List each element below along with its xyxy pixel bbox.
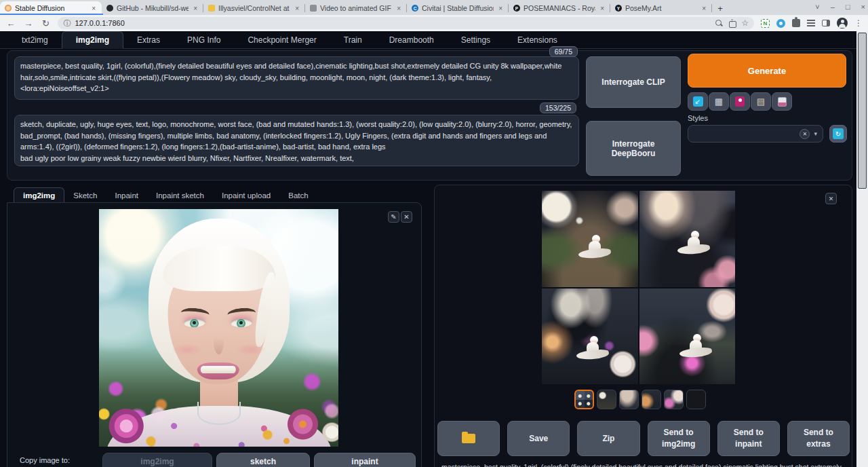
thumbnail[interactable]: [686, 390, 706, 409]
generated-image[interactable]: [639, 288, 736, 385]
prompt-panel: 69/75 masterpiece, best quality, 1girl, …: [7, 50, 852, 181]
paste-generation-params-button[interactable]: ↙: [688, 92, 708, 111]
save-style-button[interactable]: [772, 92, 792, 111]
page-scrollbar[interactable]: [856, 31, 868, 467]
blue-extension-icon[interactable]: [776, 19, 785, 28]
mode-tab-inpaint-sketch[interactable]: Inpaint sketch: [147, 188, 213, 203]
reload-icon[interactable]: ↻: [41, 18, 52, 29]
tab-close-icon[interactable]: ×: [599, 5, 606, 12]
tab-close-icon[interactable]: ×: [497, 5, 504, 12]
send-to-img2img-button[interactable]: Send to img2img: [648, 421, 710, 456]
tab-close-icon[interactable]: ×: [294, 5, 300, 12]
remove-image-button[interactable]: ✕: [401, 211, 412, 223]
window-controls: ˅ – □ ×: [815, 0, 865, 14]
generated-image[interactable]: [542, 288, 638, 385]
forward-icon[interactable]: →: [23, 18, 34, 29]
interrogate-deepbooru-button[interactable]: Interrogate DeepBooru: [586, 121, 681, 176]
window-minimize-button[interactable]: –: [831, 3, 835, 11]
tab-title: Illyasviel/ControlNet at main: [218, 4, 290, 12]
clear-prompt-button[interactable]: ▦: [709, 92, 729, 111]
controlnet-favicon: [208, 5, 215, 12]
open-folder-button[interactable]: [437, 421, 500, 456]
zoom-search-icon[interactable]: [714, 18, 724, 28]
results-panel: ✕: [434, 185, 852, 467]
result-grid-image[interactable]: [542, 191, 735, 384]
generate-button[interactable]: Generate: [688, 54, 846, 88]
civitai-favicon: C: [412, 5, 418, 12]
side-panel-icon[interactable]: [822, 20, 830, 26]
copy-to-img2img-button[interactable]: img2img: [102, 453, 212, 467]
extra-networks-button[interactable]: [730, 92, 750, 111]
browser-tab[interactable]: GitHub - Mikubill/sd-webui-co... ×: [102, 1, 203, 15]
chevron-down-icon[interactable]: ▾: [814, 130, 817, 137]
tab-close-icon[interactable]: ×: [701, 5, 707, 12]
tab-settings[interactable]: Settings: [448, 32, 504, 48]
img2img-mode-tabs: img2img Sketch Inpaint Inpaint sketch In…: [14, 185, 317, 203]
generated-image[interactable]: [542, 191, 638, 287]
profile-avatar[interactable]: [837, 18, 848, 29]
extra-networks-card-icon: [735, 96, 745, 107]
mode-tab-inpaint-upload[interactable]: Inpaint upload: [213, 188, 279, 203]
tab-search-icon[interactable]: ˅: [815, 3, 819, 11]
generation-info-text: masterpiece, best quality, 1girl, (color…: [441, 462, 842, 467]
extensions-puzzle-icon[interactable]: [792, 19, 800, 27]
window-maximize-button[interactable]: □: [846, 3, 850, 11]
browser-tab[interactable]: Stable Diffusion ×: [0, 1, 102, 15]
tab-img2img[interactable]: img2img: [62, 31, 123, 49]
gallery-close-button[interactable]: ✕: [825, 193, 837, 204]
mode-tab-inpaint[interactable]: Inpaint: [106, 188, 147, 203]
reading-list-icon[interactable]: [807, 20, 816, 26]
prompt-input[interactable]: masterpiece, best quality, 1girl, (color…: [14, 56, 579, 100]
tab-checkpoint-merger[interactable]: Checkpoint Merger: [234, 32, 330, 48]
thumbnail[interactable]: [664, 390, 684, 409]
send-to-inpaint-button[interactable]: Send to inpaint: [717, 421, 780, 456]
tab-extras[interactable]: Extras: [123, 32, 174, 48]
save-button[interactable]: Save: [507, 421, 570, 456]
thumbnail[interactable]: [642, 390, 661, 409]
browser-tab[interactable]: Illyasviel/ControlNet at main ×: [203, 1, 305, 15]
mode-tab-sketch[interactable]: Sketch: [64, 188, 106, 203]
folder-icon: [462, 434, 475, 443]
tab-close-icon[interactable]: ×: [395, 5, 402, 12]
browser-tab[interactable]: P POSEMANIACS - Royalty free 3... ×: [509, 1, 610, 15]
tab-close-icon[interactable]: ×: [90, 5, 97, 12]
send-to-extras-button[interactable]: Send to extras: [787, 421, 850, 456]
mode-tab-batch[interactable]: Batch: [279, 188, 317, 203]
address-bar[interactable]: ⓘ 127.0.0.1:7860 ☆: [58, 17, 754, 29]
tab-train[interactable]: Train: [330, 32, 376, 48]
mode-tab-img2img[interactable]: img2img: [14, 187, 64, 204]
browser-tab[interactable]: C Civitai | Stable Diffusion model... ×: [407, 1, 509, 15]
generated-image[interactable]: [639, 191, 736, 287]
interrogate-clip-button[interactable]: Interrogate CLIP: [586, 56, 681, 108]
tab-png-info[interactable]: PNG Info: [174, 32, 234, 48]
browser-menu-icon[interactable]: ⋮: [854, 18, 863, 28]
styles-refresh-button[interactable]: ↻: [829, 125, 847, 143]
thumbnail[interactable]: [619, 390, 639, 409]
copy-to-inpaint-button[interactable]: inpaint: [314, 453, 416, 467]
tab-dreambooth[interactable]: Dreambooth: [376, 32, 448, 48]
notion-extension-icon[interactable]: N: [761, 19, 770, 28]
scrollbar-thumb[interactable]: [858, 33, 867, 189]
back-icon[interactable]: ←: [5, 18, 16, 29]
tab-close-icon[interactable]: ×: [192, 5, 199, 12]
bookmark-star-icon[interactable]: ☆: [741, 18, 749, 28]
share-icon[interactable]: [728, 18, 737, 28]
browser-tab[interactable]: Video to animated GIF converter ×: [305, 1, 407, 15]
styles-dropdown[interactable]: ✕ ▾: [688, 125, 823, 143]
apply-styles-button[interactable]: ▤: [751, 92, 771, 111]
url-text[interactable]: 127.0.0.1:7860: [75, 19, 710, 27]
styles-clear-icon[interactable]: ✕: [800, 129, 810, 139]
flower-cluster: [99, 398, 170, 447]
site-info-icon[interactable]: ⓘ: [63, 18, 71, 29]
thumbnail[interactable]: [597, 390, 616, 409]
source-image[interactable]: [99, 209, 338, 447]
copy-to-sketch-button[interactable]: sketch: [216, 453, 310, 467]
window-close-button[interactable]: ×: [861, 3, 865, 11]
thumbnail-grid[interactable]: [574, 390, 594, 409]
browser-tab[interactable]: Y PoseMy.Art ×: [610, 1, 712, 15]
edit-image-button[interactable]: ✎: [388, 211, 399, 223]
zip-button[interactable]: Zip: [577, 421, 639, 456]
new-tab-button[interactable]: +: [712, 1, 728, 15]
negative-prompt-input[interactable]: sketch, duplicate, ugly, huge eyes, text…: [14, 115, 579, 166]
tab-txt2img[interactable]: txt2img: [8, 32, 62, 48]
